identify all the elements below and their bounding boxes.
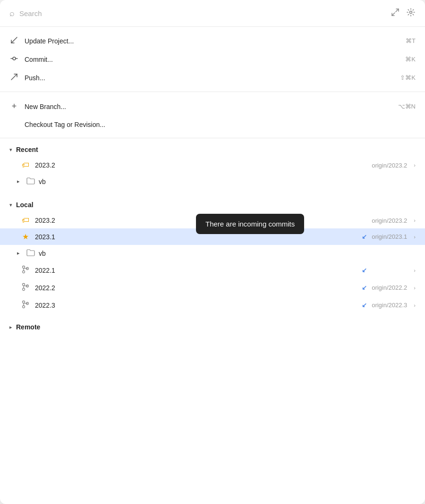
new-branch-icon: + (9, 101, 19, 111)
svg-line-3 (11, 37, 17, 43)
branch-remote: origin/2022.3 (372, 302, 407, 309)
branch-chevron-icon: › (414, 302, 416, 308)
folder-name: vb (39, 178, 46, 185)
search-bar: Search (0, 0, 425, 27)
expand-icon[interactable] (391, 8, 400, 18)
branch-name: 2022.1 (35, 267, 354, 274)
tag-icon: 🏷 (21, 161, 30, 169)
branch-chevron-icon: › (414, 218, 416, 223)
branch-chevron-icon: › (414, 285, 416, 291)
svg-point-15 (23, 306, 25, 308)
search-input[interactable]: Search (19, 9, 386, 17)
svg-point-11 (23, 284, 25, 286)
local-branch-2022-1[interactable]: 2022.1 ↙ origin/2022.1 › (0, 261, 425, 279)
svg-line-0 (392, 13, 395, 16)
folder-name: vb (39, 250, 46, 257)
svg-point-2 (410, 11, 412, 14)
branch-remote: origin/2023.2 (372, 217, 407, 224)
branch-name: 2023.1 (35, 233, 354, 241)
commit-shortcut: ⌘K (405, 56, 416, 63)
star-icon: ★ (21, 232, 30, 241)
branch-icon (21, 300, 30, 310)
local-branch-2022-3[interactable]: 2022.3 ↙ origin/2022.3 › (0, 296, 425, 314)
push-shortcut: ⇧⌘K (400, 74, 416, 81)
branch-name: 2023.2 (35, 161, 367, 169)
branch-remote: origin/2023.1 (372, 233, 407, 240)
svg-point-8 (23, 266, 25, 269)
recent-branch-2023-2[interactable]: 🏷 2023.2 origin/2023.2 › (0, 157, 425, 173)
branch-name: 2022.3 (35, 302, 354, 309)
local-section-label: Local (16, 201, 34, 209)
branch-icon (21, 265, 30, 275)
local-section: ▾ Local 🏷 2023.2 origin/2023.2 › ★ 2023.… (0, 193, 425, 318)
folder-chevron-icon: ▸ (17, 250, 23, 256)
remote-section-label: Remote (16, 323, 40, 331)
recent-folder-vb[interactable]: ▸ vb (0, 173, 425, 190)
incoming-badge-icon: ↙ (362, 233, 367, 240)
update-project-item[interactable]: Update Project... ⌘T (0, 32, 425, 50)
update-project-shortcut: ⌘T (406, 37, 416, 44)
svg-point-9 (23, 271, 25, 273)
branch-chevron-icon: › (414, 162, 416, 168)
commit-icon (9, 55, 19, 64)
branch-chevron-icon: › (414, 234, 416, 240)
branch-chevron-icon: › (414, 268, 416, 273)
folder-icon (26, 249, 35, 258)
update-project-label: Update Project... (25, 37, 400, 45)
push-label: Push... (25, 74, 394, 82)
svg-line-1 (396, 9, 399, 12)
primary-actions-section: Update Project... ⌘T Commit... ⌘K Pus (0, 27, 425, 92)
incoming-commits-tooltip: There are incoming commits (196, 214, 304, 234)
svg-point-12 (23, 288, 25, 291)
recent-section-header[interactable]: ▾ Recent (0, 142, 425, 157)
local-section-header[interactable]: ▾ Local (0, 197, 425, 212)
branch-remote: origin/2023.2 (372, 162, 407, 169)
settings-icon[interactable] (406, 8, 416, 19)
branch-name: 2022.2 (35, 284, 354, 292)
checkout-tag-label: Checkout Tag or Revision... (25, 121, 410, 128)
branch-remote: origin/2022.2 (372, 284, 407, 291)
recent-chevron-icon: ▾ (9, 147, 12, 153)
push-icon (9, 73, 19, 82)
branch-icon (21, 283, 30, 293)
tag-icon: 🏷 (21, 216, 30, 225)
search-icon (9, 8, 15, 18)
commit-label: Commit... (25, 56, 400, 63)
folder-icon (26, 177, 35, 186)
svg-point-14 (23, 301, 25, 303)
local-branch-2022-2[interactable]: 2022.2 ↙ origin/2022.2 › (0, 279, 425, 296)
incoming-badge-icon: ↙ (362, 302, 367, 309)
recent-section-label: Recent (16, 146, 38, 153)
new-branch-label: New Branch... (25, 103, 392, 110)
svg-line-7 (11, 74, 17, 80)
new-branch-item[interactable]: + New Branch... ⌥⌘N (0, 97, 425, 116)
incoming-badge-icon: ↙ (362, 267, 367, 274)
new-branch-shortcut: ⌥⌘N (398, 103, 416, 110)
update-icon (9, 36, 19, 45)
branch-actions-section: + New Branch... ⌥⌘N Checkout Tag or Revi… (0, 92, 425, 138)
checkout-tag-item[interactable]: Checkout Tag or Revision... (0, 116, 425, 133)
incoming-badge-icon: ↙ (362, 284, 367, 291)
commit-item[interactable]: Commit... ⌘K (0, 50, 425, 68)
folder-chevron-icon: ▸ (17, 178, 23, 185)
remote-chevron-icon: ▸ (9, 324, 12, 330)
svg-point-4 (13, 57, 16, 60)
push-item[interactable]: Push... ⇧⌘K (0, 68, 425, 87)
local-folder-vb[interactable]: ▸ vb (0, 245, 425, 261)
remote-section-header[interactable]: ▸ Remote (0, 319, 425, 335)
local-chevron-icon: ▾ (9, 202, 12, 208)
remote-section: ▸ Remote (0, 318, 425, 336)
recent-section: ▾ Recent 🏷 2023.2 origin/2023.2 › ▸ vb (0, 138, 425, 193)
